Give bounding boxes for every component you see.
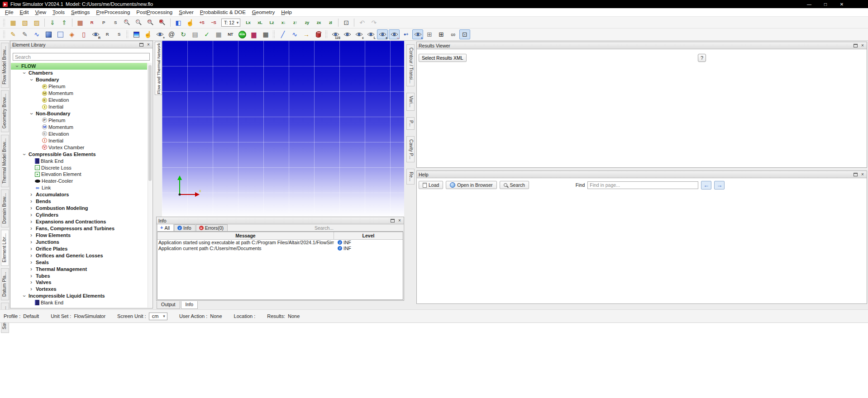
- annotation-icon[interactable]: @: [166, 29, 177, 39]
- tree-item-momentum[interactable]: MMomentum: [11, 90, 147, 97]
- connector-curve-icon[interactable]: ∿: [289, 29, 300, 39]
- tree-item-bends[interactable]: ›Bends: [11, 198, 147, 205]
- undo-icon[interactable]: ↶: [357, 18, 367, 28]
- tree-item-blank-end[interactable]: Blank End: [11, 157, 147, 164]
- float-panel-icon[interactable]: [391, 219, 395, 223]
- view-minus-z-icon[interactable]: x↓: [278, 18, 289, 28]
- column-level[interactable]: Level: [334, 233, 403, 238]
- sidebar-tab-domain-brow[interactable]: Domain Brow...: [1, 190, 9, 227]
- column-message[interactable]: Message: [157, 232, 334, 239]
- show-3d-wireframe-icon[interactable]: [55, 29, 66, 39]
- tree-item-orifices-and-generic-losses[interactable]: ›Orifices and Generic Losses: [11, 252, 147, 259]
- element-tree-scrollbar[interactable]: [148, 63, 152, 308]
- show-elements-icon[interactable]: [342, 29, 353, 39]
- tree-item-accumulators[interactable]: ›Accumulators: [11, 191, 147, 198]
- tree-expander-icon[interactable]: ›: [28, 219, 34, 224]
- tree-expander-icon[interactable]: ›: [28, 192, 34, 197]
- tree-expander-icon[interactable]: ›: [28, 205, 34, 211]
- refresh-icon[interactable]: ↻: [178, 29, 189, 39]
- tree-item-non-boundary[interactable]: ›Non-Boundary: [11, 110, 147, 117]
- info-tab-all[interactable]: + All: [157, 224, 174, 231]
- menu-help[interactable]: Help: [278, 9, 295, 16]
- show-hidden-lines-icon[interactable]: --: [389, 29, 400, 39]
- close-button[interactable]: ✕: [834, 0, 850, 8]
- show-labels-icon[interactable]: L: [365, 29, 376, 39]
- view-iso-icon[interactable]: zx: [313, 18, 324, 28]
- open-model-icon[interactable]: ▧: [19, 18, 30, 28]
- view-rotate-icon[interactable]: zI: [325, 18, 336, 28]
- view-plus-y-icon[interactable]: z↑: [290, 18, 300, 28]
- float-panel-icon[interactable]: [854, 44, 858, 47]
- menu-probabilistic-doe[interactable]: Probabilistic & DOE: [197, 9, 249, 16]
- tree-item-cylinders[interactable]: ›Cylinders: [11, 212, 147, 218]
- tree-item-combustion-modeling[interactable]: ›Combustion Modeling: [11, 205, 147, 212]
- tree-expander-icon[interactable]: ›: [22, 151, 27, 157]
- tree-item-tubes[interactable]: ›Tubes: [11, 272, 147, 279]
- zoom-select-icon[interactable]: S: [114, 29, 124, 39]
- tree-item-chambers[interactable]: ›Chambers: [11, 70, 147, 76]
- edit-table-icon[interactable]: ▦: [213, 29, 224, 39]
- close-panel-icon[interactable]: ×: [860, 172, 865, 177]
- tree-item-valves[interactable]: ›Valves: [11, 279, 147, 286]
- tree-item-elevation[interactable]: EElevation: [11, 130, 147, 137]
- pan-add-icon[interactable]: ☝: [143, 29, 153, 39]
- float-panel-icon[interactable]: [854, 173, 858, 176]
- tree-expander-icon[interactable]: ›: [28, 286, 34, 292]
- show-sphere-icon[interactable]: ●: [412, 29, 423, 39]
- right-tab-re[interactable]: Re...: [406, 169, 415, 185]
- zoom-fit-icon[interactable]: ▣: [157, 18, 168, 28]
- right-tab-vari[interactable]: Vari...: [406, 93, 415, 110]
- tree-item-plenum[interactable]: PPlenum: [11, 117, 147, 124]
- tab-info[interactable]: Info: [181, 301, 198, 309]
- help-search-button[interactable]: Search: [500, 181, 529, 189]
- minimize-button[interactable]: —: [801, 0, 817, 8]
- menu-tools[interactable]: Tools: [49, 9, 68, 16]
- sidebar-tab-geometry-brow[interactable]: Geometry Brow...: [1, 90, 9, 132]
- data-table-icon[interactable]: ⊞: [436, 29, 447, 39]
- create-element-icon[interactable]: ✎: [8, 29, 19, 39]
- plot-results-icon[interactable]: ▆: [248, 29, 259, 39]
- tree-expander-icon[interactable]: ›: [28, 239, 34, 245]
- sidebar-tab-element-libr[interactable]: Element Libr...: [1, 230, 9, 266]
- view-plus-x-icon[interactable]: Lx: [243, 18, 253, 28]
- open-in-browser-button[interactable]: Open in Browser: [446, 181, 496, 189]
- select-view-icon[interactable]: S: [110, 18, 121, 28]
- add-sphere-icon[interactable]: ●+: [401, 29, 411, 39]
- zoom-rotate-icon[interactable]: R: [102, 29, 113, 39]
- tree-expander-icon[interactable]: ›: [29, 111, 34, 117]
- tree-item-discrete-loss[interactable]: ::Discrete Loss: [11, 164, 147, 171]
- tab-output[interactable]: Output: [157, 301, 180, 309]
- tree-expander-icon[interactable]: ›: [28, 212, 34, 218]
- viewport-dock-tab[interactable]: Flow and Thermal Network: [155, 42, 162, 95]
- screen-capture-icon[interactable]: ⊡: [459, 29, 470, 39]
- close-panel-icon[interactable]: ×: [860, 43, 865, 48]
- menu-edit[interactable]: Edit: [17, 9, 32, 16]
- tree-expander-icon[interactable]: ›: [28, 260, 34, 265]
- run-solver-icon[interactable]: RUN: [237, 29, 248, 39]
- tree-expander-icon[interactable]: ›: [28, 232, 34, 238]
- tree-item-heater-cooler[interactable]: Heater-Cooler: [11, 178, 147, 185]
- import-file-icon[interactable]: ⇓: [47, 18, 58, 28]
- menu-postprocessing[interactable]: PostProcessing: [133, 9, 176, 16]
- show-chambers-icon[interactable]: c: [353, 29, 364, 39]
- save-model-icon[interactable]: ▨: [31, 18, 42, 28]
- fill-color-icon[interactable]: ◧: [173, 18, 184, 28]
- tree-item-inertial[interactable]: IInertial: [11, 104, 147, 110]
- connector-line-icon[interactable]: ╱: [277, 29, 288, 39]
- info-search-input[interactable]: [314, 225, 377, 231]
- tree-item-seals[interactable]: ›Seals: [11, 259, 147, 265]
- tree-item-elevation[interactable]: EElevation: [11, 97, 147, 104]
- text-size-select[interactable]: T: 12▾: [221, 19, 240, 27]
- edit-curve-icon[interactable]: ∿: [31, 29, 42, 39]
- tree-item-boundary[interactable]: ›Boundary: [11, 76, 147, 83]
- tree-item-plenum[interactable]: PPlenum: [11, 83, 147, 90]
- sidebar-tab-flow-model-brow[interactable]: Flow Model Brow...: [1, 43, 9, 88]
- tree-item-link[interactable]: ∞Link: [11, 185, 147, 191]
- tree-expander-icon[interactable]: ›: [14, 63, 20, 70]
- edit-grid-icon[interactable]: ▦: [75, 18, 86, 28]
- tree-expander-icon[interactable]: ›: [28, 273, 34, 279]
- info-tab-errors[interactable]: Errors(0): [196, 224, 228, 231]
- find-previous-button[interactable]: ←: [701, 181, 711, 190]
- tree-expander-icon[interactable]: ›: [28, 246, 34, 251]
- show-add-icon[interactable]: +: [154, 29, 165, 39]
